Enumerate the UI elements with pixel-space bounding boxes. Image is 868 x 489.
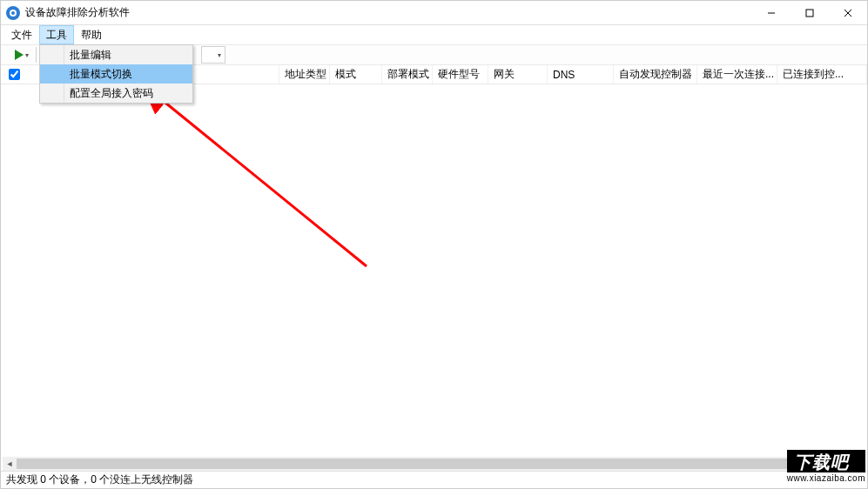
select-all-cell[interactable] bbox=[1, 69, 27, 80]
svg-point-1 bbox=[11, 11, 15, 15]
app-icon bbox=[6, 6, 20, 20]
select-all-checkbox[interactable] bbox=[9, 69, 20, 80]
column-gateway[interactable]: 网关 bbox=[488, 65, 548, 84]
column-mode[interactable]: 模式 bbox=[330, 65, 382, 84]
toolbar-divider bbox=[36, 47, 37, 63]
menubar: 文件 工具 帮助 bbox=[1, 25, 867, 44]
dropdown-item-batch-edit[interactable]: 批量编辑 bbox=[40, 45, 192, 64]
column-address-type[interactable]: 地址类型 bbox=[279, 65, 330, 84]
play-button[interactable]: ▾ bbox=[11, 50, 32, 60]
menu-help[interactable]: 帮助 bbox=[74, 25, 109, 44]
chevron-down-icon: ▾ bbox=[218, 51, 221, 59]
watermark-logo: 下载吧 bbox=[787, 450, 865, 472]
toolbar-combo-2[interactable]: ▾ bbox=[201, 46, 225, 64]
column-auto-discover[interactable]: 自动发现控制器 bbox=[614, 65, 697, 84]
menu-file[interactable]: 文件 bbox=[4, 25, 39, 44]
svg-rect-3 bbox=[806, 10, 813, 17]
column-connected-to[interactable]: 已连接到控... bbox=[777, 65, 867, 84]
watermark: 下载吧 www.xiazaiba.com bbox=[787, 450, 865, 483]
column-deploy-mode[interactable]: 部署模式 bbox=[382, 65, 433, 84]
svg-marker-6 bbox=[15, 50, 24, 60]
scroll-left-button[interactable]: ◄ bbox=[3, 457, 17, 471]
minimize-button[interactable] bbox=[752, 1, 791, 25]
column-last-connect[interactable]: 最近一次连接... bbox=[697, 65, 777, 84]
window-title: 设备故障排除分析软件 bbox=[25, 5, 130, 20]
horizontal-scrollbar[interactable]: ◄ ► bbox=[3, 457, 865, 471]
dropdown-item-batch-mode-switch[interactable]: 批量模式切换 bbox=[40, 64, 192, 84]
column-dns[interactable]: DNS bbox=[548, 65, 614, 84]
window-controls bbox=[752, 1, 867, 25]
column-hardware-model[interactable]: 硬件型号 bbox=[433, 65, 488, 84]
tools-dropdown: 批量编辑 批量模式切换 配置全局接入密码 bbox=[39, 44, 193, 104]
maximize-button[interactable] bbox=[791, 1, 829, 25]
watermark-url: www.xiazaiba.com bbox=[787, 473, 865, 483]
scroll-thumb[interactable] bbox=[17, 459, 818, 469]
titlebar: 设备故障排除分析软件 bbox=[1, 1, 867, 25]
status-text: 共发现 0 个设备，0 个没连上无线控制器 bbox=[6, 472, 193, 487]
scroll-track[interactable] bbox=[17, 457, 851, 471]
grid-body bbox=[1, 84, 867, 457]
statusbar: 共发现 0 个设备，0 个没连上无线控制器 bbox=[1, 471, 867, 488]
dropdown-item-global-password[interactable]: 配置全局接入密码 bbox=[40, 84, 192, 103]
menu-tools[interactable]: 工具 bbox=[39, 25, 74, 44]
close-button[interactable] bbox=[829, 1, 867, 25]
